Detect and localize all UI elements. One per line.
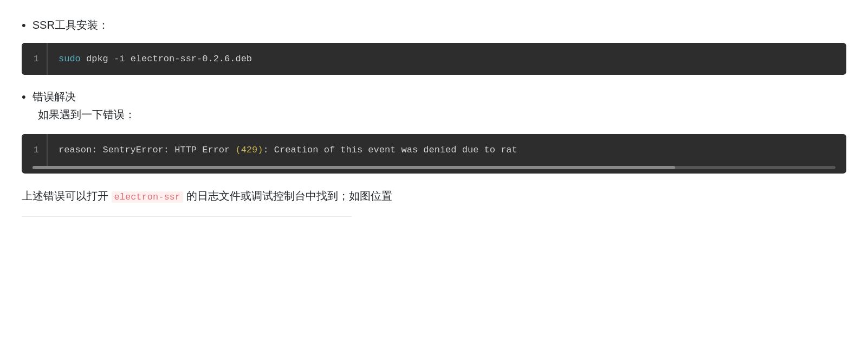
code-keyword-1: sudo	[59, 54, 81, 64]
code-block-1-inner: 1 sudo dpkg -i electron-ssr-0.2.6.deb	[22, 43, 846, 75]
bullet-item-1: • SSR工具安装：	[22, 16, 846, 34]
code-number-2: (429)	[235, 145, 263, 155]
bullet-dot-2: •	[22, 88, 26, 106]
bullet-text-1: SSR工具安装：	[33, 16, 109, 34]
code-block-2: 1 reason: SentryError: HTTP Error (429):…	[22, 134, 846, 174]
scrollbar-track[interactable]	[33, 166, 835, 169]
code-content-2: reason: SentryError: HTTP Error (429): C…	[48, 134, 846, 166]
code-plain-1: dpkg -i electron-ssr-0.2.6.deb	[81, 54, 252, 64]
scrollbar-thumb[interactable]	[33, 166, 675, 169]
line-number-1: 1	[22, 43, 48, 75]
bullet-item-2: • 错误解决 如果遇到一下错误：	[22, 88, 846, 125]
prose-before-code: 上述错误可以打开	[22, 190, 112, 202]
bullet-subtext-2: 如果遇到一下错误：	[38, 106, 135, 123]
prose-paragraph: 上述错误可以打开 electron-ssr 的日志文件或调试控制台中找到；如图位…	[22, 187, 846, 206]
prose-after-code: 的日志文件或调试控制台中找到；如图位置	[183, 190, 392, 202]
section-divider	[22, 216, 352, 217]
code-plain-2b: : Creation of this event was denied due …	[263, 145, 517, 155]
code-block-1: 1 sudo dpkg -i electron-ssr-0.2.6.deb	[22, 43, 846, 75]
code-block-2-inner: 1 reason: SentryError: HTTP Error (429):…	[22, 134, 846, 166]
bullet-text-2: 错误解决	[33, 88, 76, 105]
code-plain-2a: reason: SentryError: HTTP Error	[59, 145, 235, 155]
prose-inline-code: electron-ssr	[112, 191, 183, 203]
code-content-1: sudo dpkg -i electron-ssr-0.2.6.deb	[48, 43, 846, 75]
line-number-2: 1	[22, 134, 48, 166]
bullet-dot-1: •	[22, 16, 26, 34]
